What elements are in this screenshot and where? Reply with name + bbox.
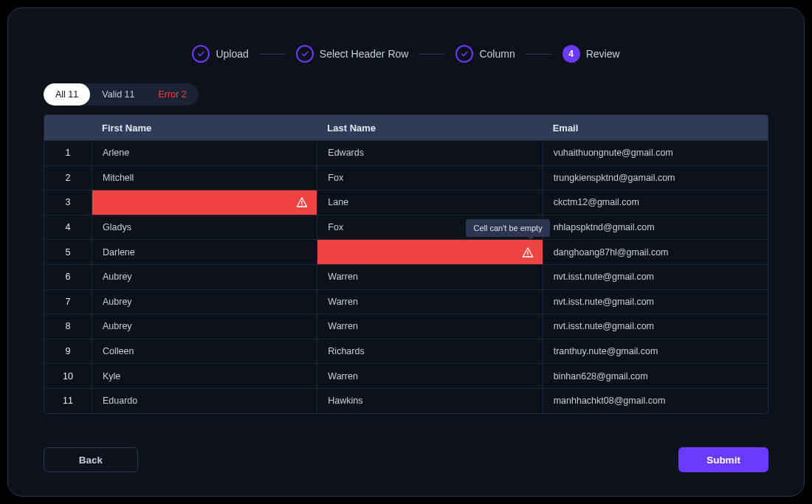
step-number: 4 [562,45,580,63]
stepper: UploadSelect Header RowColumn4Review [44,45,768,63]
cell-first-name[interactable]: Aubrey [92,290,317,314]
step-label: Column [479,48,515,60]
back-button[interactable]: Back [44,447,138,472]
submit-button[interactable]: Submit [678,447,768,472]
table-row: 9ColleenRichardstranthuy.nute@gmail.com [44,339,768,364]
cell-last-name[interactable]: Warren [317,314,542,339]
warning-icon [522,246,534,258]
cell-last-name[interactable]: Edwards [317,141,542,165]
cell-last-name[interactable]: Lane [317,190,542,215]
step-label: Review [586,48,620,60]
filter-pills: All 11 Valid 11 Error 2 [44,83,199,106]
footer: Back Submit [44,434,768,472]
cell-first-name[interactable]: Aubrey [92,314,317,339]
cell-index: 2 [44,166,92,190]
step-line [526,54,552,55]
step-review[interactable]: 4Review [562,45,620,63]
col-last-name: Last Name [317,122,542,134]
col-email: Email [543,122,768,134]
check-icon [192,45,210,63]
cell-email[interactable]: nhlapspktnd@gmail.com [543,215,768,240]
cell-last-name[interactable]: Warren [317,265,542,289]
cell-first-name[interactable]: Aubrey [92,265,317,289]
step-line [419,54,445,55]
cell-last-name[interactable]: Cell can't be empty [317,240,542,264]
filter-valid[interactable]: Valid 11 [90,83,146,106]
cell-email[interactable]: ckctm12@gmail.com [543,190,768,215]
table-row: 7AubreyWarrennvt.isst.nute@gmail.com [44,289,768,314]
cell-index: 4 [44,215,92,240]
col-first-name: First Name [92,122,317,134]
check-icon [296,45,314,63]
error-tooltip: Cell can't be empty [466,219,549,237]
step-select-header-row[interactable]: Select Header Row [296,45,409,63]
cell-email[interactable]: nvt.isst.nute@gmail.com [543,265,768,289]
cell-email[interactable]: nvt.isst.nute@gmail.com [543,314,768,339]
cell-index: 1 [44,141,92,165]
step-line [259,54,286,55]
data-table: First Name Last Name Email 1ArleneEdward… [44,114,768,414]
step-label: Upload [216,48,248,60]
cell-index: 6 [44,265,92,289]
cell-email[interactable]: tranthuy.nute@gmail.com [543,339,768,364]
cell-last-name[interactable]: Warren [317,364,542,388]
filter-error[interactable]: Error 2 [147,83,199,106]
step-column[interactable]: Column [455,45,515,63]
cell-first-name[interactable]: Gladys [92,215,317,240]
cell-last-name[interactable]: Warren [317,290,542,314]
cell-email[interactable]: vuhaithuongnute@gmail.com [543,141,768,165]
cell-first-name[interactable]: Colleen [92,339,317,364]
cell-index: 7 [44,290,92,314]
table-row: 2MitchellFoxtrungkienspktnd@gamail.com [44,165,768,190]
cell-last-name[interactable]: Richards [317,339,542,364]
cell-email[interactable]: trungkienspktnd@gamail.com [543,166,768,190]
cell-last-name[interactable]: Fox [317,166,542,190]
cell-first-name[interactable]: Darlene [92,240,317,264]
cell-index: 9 [44,339,92,364]
cell-first-name[interactable]: Arlene [92,141,317,165]
cell-index: 11 [44,389,92,413]
cell-first-name[interactable]: Eduardo [92,389,317,413]
cell-index: 3 [44,190,92,215]
table-row: 8AubreyWarrennvt.isst.nute@gmail.com [44,314,768,339]
table-row: 11EduardoHawkinsmanhhachkt08@gmail.com [44,388,768,413]
cell-index: 8 [44,314,92,339]
import-review-window: UploadSelect Header RowColumn4Review All… [7,7,805,497]
cell-first-name[interactable]: Kyle [92,364,317,388]
table-row: 6AubreyWarrennvt.isst.nute@gmail.com [44,264,768,289]
cell-email[interactable]: manhhachkt08@gmail.com [543,389,768,413]
svg-point-0 [302,205,303,206]
cell-email[interactable]: danghoang87hl@gmail.com [543,240,768,264]
step-label: Select Header Row [320,48,409,60]
cell-email[interactable]: nvt.isst.nute@gmail.com [543,290,768,314]
cell-index: 10 [44,364,92,388]
cell-index: 5 [44,240,92,264]
warning-icon [296,196,308,208]
cell-email[interactable]: binhan628@gmail.com [543,364,768,388]
check-icon [455,45,473,63]
cell-first-name[interactable]: Mitchell [92,166,317,190]
table-row: 1ArleneEdwardsvuhaithuongnute@gmail.com [44,140,768,165]
table-row: 4GladysFoxnhlapspktnd@gmail.com [44,215,768,240]
cell-last-name[interactable]: Hawkins [317,389,542,413]
table-header: First Name Last Name Email [44,115,768,140]
table-row: 5DarleneCell can't be emptydanghoang87hl… [44,239,768,264]
table-row: 10KyleWarrenbinhan628@gmail.com [44,363,768,388]
svg-point-1 [527,255,528,255]
cell-first-name[interactable] [92,190,317,215]
table-row: 3Laneckctm12@gmail.com [44,190,768,215]
filter-all[interactable]: All 11 [44,83,90,106]
step-upload[interactable]: Upload [192,45,248,63]
